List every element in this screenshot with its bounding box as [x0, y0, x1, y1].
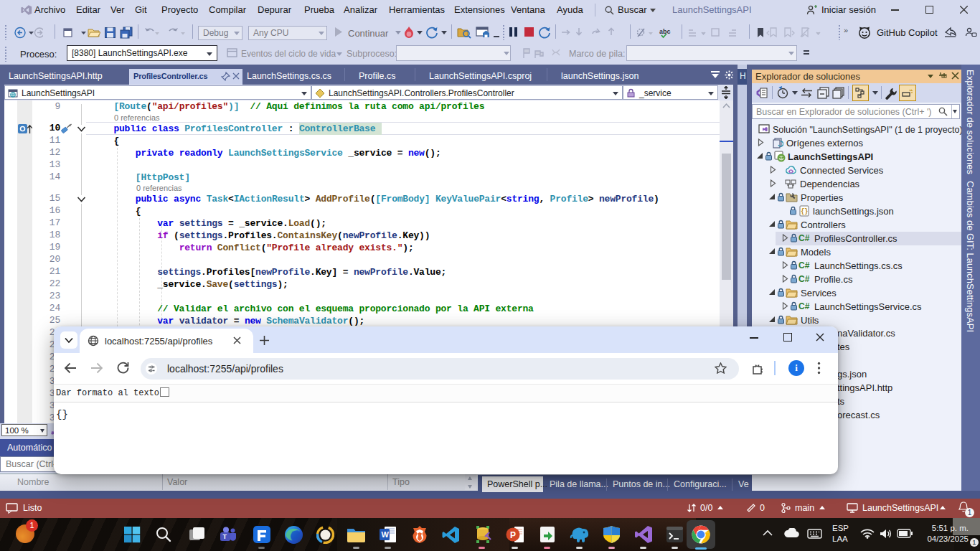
svg-text:P: P [510, 530, 516, 540]
svg-text:W: W [382, 530, 390, 539]
svg-text:abc: abc [659, 28, 671, 35]
svg-text:{}: {} [801, 208, 808, 215]
svg-text:T: T [223, 533, 227, 540]
